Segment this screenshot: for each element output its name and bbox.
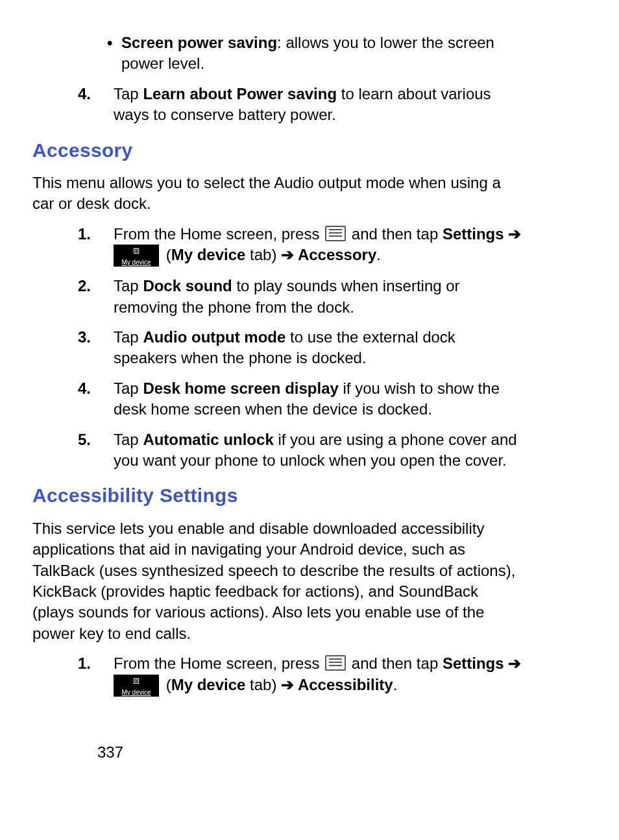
t: Learn about Power saving: [143, 85, 337, 102]
arrow-icon: ➔: [281, 246, 298, 263]
numbered-step: 5. Tap Automatic unlock if you are using…: [78, 429, 522, 472]
numbered-step: 1. From the Home screen, press and then …: [78, 224, 522, 267]
step-text: Tap Audio output mode to use the externa…: [114, 327, 522, 369]
bullet-term: Screen power saving: [121, 34, 277, 51]
numbered-step: 3. Tap Audio output mode to use the exte…: [78, 327, 522, 369]
page-number: 337: [97, 742, 522, 763]
section-heading-accessibility: Accessibility Settings: [32, 483, 522, 509]
my-device-icon: ⧇My device: [114, 675, 159, 697]
t: From the Home screen, press: [114, 654, 324, 672]
bullet-text: Screen power saving: allows you to lower…: [121, 32, 522, 75]
t: (: [162, 676, 171, 693]
t: Tap: [114, 379, 143, 397]
step-number: 4.: [78, 84, 114, 126]
arrow-icon: ➔: [281, 676, 298, 693]
step-text: From the Home screen, press and then tap…: [114, 653, 522, 696]
t: (: [162, 246, 171, 263]
t: tab): [245, 676, 281, 693]
menu-icon: [325, 226, 346, 241]
t: Settings: [443, 225, 504, 243]
t: and then tap: [347, 654, 443, 672]
t: Settings: [443, 654, 504, 672]
step-text: From the Home screen, press and then tap…: [114, 224, 522, 267]
bullet-item: • Screen power saving: allows you to low…: [107, 32, 522, 75]
t: From the Home screen, press: [114, 225, 324, 243]
step-text: Tap Desk home screen display if you wish…: [114, 378, 522, 420]
t: My device: [171, 676, 246, 693]
t: Automatic unlock: [143, 431, 273, 448]
step-number: 3.: [78, 327, 114, 369]
t: Dock sound: [143, 277, 232, 294]
t: .: [393, 676, 398, 693]
t: Accessibility: [298, 676, 393, 693]
step-text: Tap Automatic unlock if you are using a …: [114, 429, 522, 472]
step-number: 1.: [78, 224, 114, 267]
section-heading-accessory: Accessory: [32, 138, 522, 164]
t: Tap: [114, 431, 143, 448]
step-number: 4.: [78, 378, 114, 420]
t: tab): [245, 246, 281, 263]
t: Tap: [114, 328, 143, 346]
t: and then tap: [347, 225, 443, 243]
t: Tap: [114, 277, 143, 294]
numbered-step: 4. Tap Desk home screen display if you w…: [78, 378, 522, 420]
arrow-icon: ➔: [504, 654, 522, 672]
bullet-dot: •: [107, 32, 121, 75]
menu-icon: [325, 655, 346, 671]
numbered-step: 4. Tap Learn about Power saving to learn…: [78, 84, 522, 126]
t: Audio output mode: [143, 328, 285, 346]
step-number: 5.: [78, 429, 114, 472]
step-number: 2.: [78, 276, 114, 318]
my-device-icon: ⧇My device: [114, 245, 159, 267]
arrow-icon: ➔: [504, 225, 522, 243]
step-number: 1.: [78, 653, 114, 696]
step-text: Tap Dock sound to play sounds when inser…: [114, 276, 522, 318]
numbered-step: 1. From the Home screen, press and then …: [78, 653, 522, 696]
step-text: Tap Learn about Power saving to learn ab…: [114, 84, 522, 126]
t: Tap: [114, 85, 143, 102]
accessibility-intro: This service lets you enable and disable…: [32, 518, 522, 644]
t: Accessory: [298, 246, 376, 263]
t: .: [376, 246, 381, 263]
numbered-step: 2. Tap Dock sound to play sounds when in…: [78, 276, 522, 318]
t: My device: [171, 246, 246, 263]
t: Desk home screen display: [143, 379, 338, 397]
accessory-intro: This menu allows you to select the Audio…: [32, 173, 522, 215]
